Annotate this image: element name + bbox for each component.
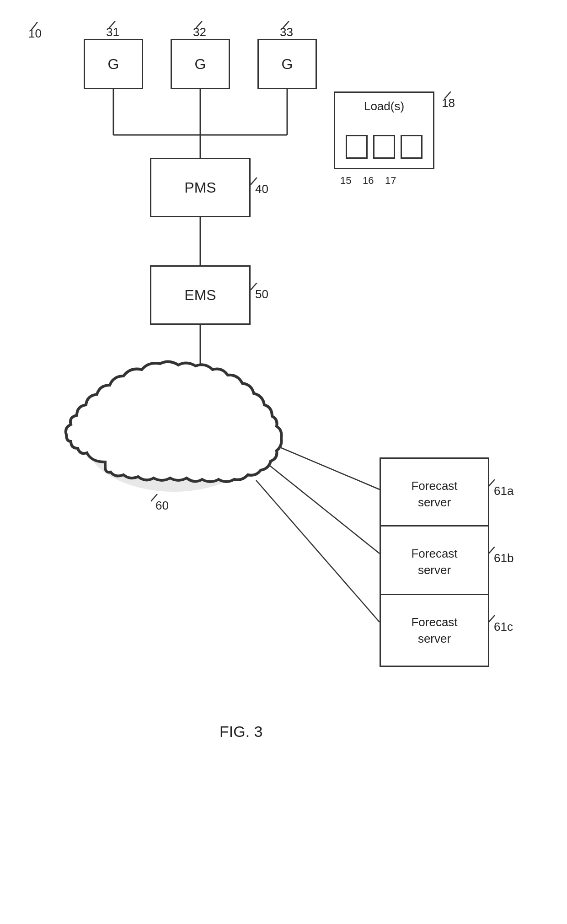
- tick-33: [283, 21, 296, 29]
- loads-inner: [346, 135, 423, 159]
- tick-10: [31, 22, 45, 31]
- generator-33: G: [257, 39, 317, 89]
- tick-32: [196, 21, 209, 29]
- ref-16: 16: [363, 175, 374, 187]
- tick-61c: [488, 615, 502, 623]
- svg-line-14: [283, 21, 289, 28]
- tick-31: [109, 21, 123, 29]
- cloud-shape: [59, 357, 288, 499]
- svg-line-21: [488, 547, 495, 554]
- ref-15: 15: [340, 175, 351, 187]
- fig-label: FIG. 3: [219, 723, 262, 741]
- pms-box: PMS: [150, 158, 251, 217]
- tick-40: [251, 177, 264, 186]
- generator-31: G: [84, 39, 143, 89]
- ref-17: 17: [385, 175, 396, 187]
- svg-line-16: [251, 177, 257, 185]
- loads-box: Load(s): [334, 91, 434, 169]
- svg-line-15: [444, 91, 451, 99]
- svg-line-13: [196, 21, 202, 28]
- svg-line-10: [256, 480, 380, 622]
- svg-line-17: [251, 283, 257, 290]
- svg-line-20: [488, 479, 495, 487]
- load-item-15: [346, 135, 368, 159]
- tick-50: [251, 283, 264, 291]
- tick-61a: [488, 479, 502, 488]
- svg-line-11: [31, 22, 37, 30]
- diagram-container: 10 G 31 G 32 G 33 Load(s) 15 16 17 18: [0, 0, 567, 924]
- tick-61b: [488, 547, 502, 555]
- svg-line-12: [109, 21, 115, 28]
- forecast-server-61b: Forecast server: [380, 525, 489, 598]
- ems-box: EMS: [150, 265, 251, 325]
- load-item-17: [401, 135, 423, 159]
- tick-18: [444, 91, 458, 100]
- load-item-16: [373, 135, 395, 159]
- svg-line-22: [488, 615, 495, 623]
- tick-60: [151, 494, 165, 502]
- svg-line-19: [151, 494, 157, 501]
- forecast-server-61a: Forecast server: [380, 457, 489, 531]
- generator-32: G: [171, 39, 230, 89]
- loads-label: Load(s): [364, 99, 404, 113]
- forecast-server-61c: Forecast server: [380, 594, 489, 667]
